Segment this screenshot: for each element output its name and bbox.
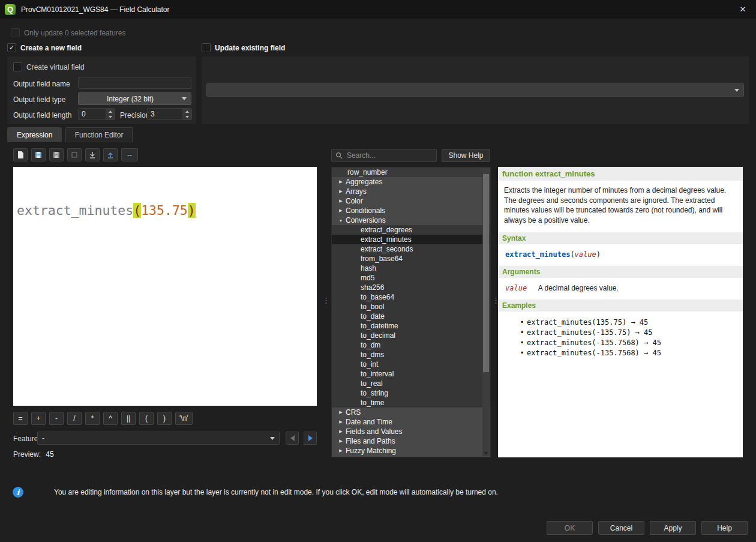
- previous-feature-button[interactable]: [286, 432, 299, 445]
- cancel-button[interactable]: Cancel: [598, 521, 644, 535]
- search-input[interactable]: [346, 151, 426, 160]
- precision-spinner[interactable]: 3: [147, 108, 192, 120]
- spin-up-icon[interactable]: [183, 109, 191, 114]
- spinner-buttons[interactable]: [106, 109, 115, 119]
- expression-editor[interactable]: extract_minutes(135.75): [13, 167, 317, 406]
- tree-group-conversions[interactable]: ▼Conversions: [332, 215, 490, 225]
- existing-field-select[interactable]: [206, 83, 744, 97]
- tree-item[interactable]: extract_seconds: [332, 244, 490, 254]
- clear-expression-button[interactable]: [67, 148, 82, 161]
- operator-close-paren-button[interactable]: ): [157, 412, 172, 425]
- branch-collapsed-icon: ▶: [337, 189, 344, 194]
- show-help-button[interactable]: Show Help: [442, 149, 490, 162]
- ok-button[interactable]: OK: [547, 521, 593, 535]
- tree-group-fields-and-values[interactable]: ▶Fields and Values: [332, 427, 490, 436]
- precision-label: Precision: [120, 111, 149, 119]
- expression-code: extract_minutes(135.75): [17, 203, 196, 218]
- operator-buttons: = + - / * ^ || ( ) '\n': [13, 412, 193, 425]
- spin-down-icon[interactable]: [183, 114, 191, 119]
- examples-heading: Examples: [498, 300, 743, 312]
- chevron-down-icon: [182, 97, 187, 100]
- spin-down-icon[interactable]: [106, 114, 115, 119]
- tree-item[interactable]: to_real: [332, 379, 490, 388]
- bullet-icon: •: [521, 328, 527, 338]
- output-field-length-spinner[interactable]: 0: [78, 108, 115, 120]
- tree-group-fuzzy-matching[interactable]: ▶Fuzzy Matching: [332, 446, 490, 456]
- tree-item[interactable]: from_base64: [332, 254, 490, 263]
- tree-item-extract-minutes[interactable]: extract_minutes: [332, 235, 490, 244]
- tree-group-date-and-time[interactable]: ▶Date and Time: [332, 417, 490, 427]
- tab-bar: Expression Function Editor: [7, 127, 133, 142]
- output-field-name-input[interactable]: [78, 77, 191, 89]
- splitter-handle[interactable]: ⋮: [492, 298, 500, 304]
- tab-function-editor[interactable]: Function Editor: [65, 127, 133, 142]
- tree-item[interactable]: md5: [332, 273, 490, 283]
- tree-group-conditionals[interactable]: ▶Conditionals: [332, 206, 490, 215]
- checkbox-icon: [11, 28, 20, 37]
- tree-item[interactable]: to_datetime: [332, 321, 490, 331]
- tree-scrollbar-thumb[interactable]: [483, 174, 489, 372]
- tree-group-color[interactable]: ▶Color: [332, 196, 490, 206]
- export-expression-button[interactable]: [103, 148, 118, 161]
- tree-item[interactable]: to_dm: [332, 340, 490, 350]
- next-feature-button[interactable]: [304, 432, 317, 445]
- help-description: Extracts the integer number of minutes f…: [498, 181, 742, 226]
- output-field-type-select[interactable]: Integer (32 bit): [78, 92, 191, 105]
- import-expression-button[interactable]: [85, 148, 100, 161]
- tree-group-files-and-paths[interactable]: ▶Files and Paths: [332, 436, 490, 446]
- operator-open-paren-button[interactable]: (: [139, 412, 154, 425]
- function-search[interactable]: [331, 149, 437, 162]
- tree-item[interactable]: to_date: [332, 312, 490, 321]
- search-icon: [335, 152, 343, 159]
- edit-mode-message: You are editing information on this laye…: [54, 488, 714, 496]
- save-expression-button[interactable]: [31, 148, 46, 161]
- scroll-down-icon[interactable]: [484, 452, 488, 455]
- preview-value: 45: [46, 450, 53, 459]
- splitter-handle[interactable]: ⋮: [322, 298, 330, 304]
- spin-up-icon[interactable]: [106, 109, 115, 114]
- create-virtual-field-checkbox[interactable]: Create virtual field: [13, 62, 85, 71]
- operator-divide-button[interactable]: /: [67, 412, 82, 425]
- tree-item[interactable]: hash: [332, 263, 490, 273]
- qgis-logo-icon: Q: [5, 4, 16, 15]
- operator-plus-button[interactable]: +: [31, 412, 46, 425]
- tree-group-crs[interactable]: ▶CRS: [332, 408, 490, 417]
- branch-collapsed-icon: ▶: [337, 429, 344, 434]
- tree-item[interactable]: to_interval: [332, 369, 490, 379]
- new-expression-button[interactable]: [13, 148, 28, 161]
- update-existing-field-checkbox[interactable]: Update existing field: [202, 43, 285, 52]
- save-as-expression-button[interactable]: [49, 148, 64, 161]
- tree-item[interactable]: to_decimal: [332, 331, 490, 340]
- tree-item[interactable]: to_time: [332, 398, 490, 408]
- operator-equals-button[interactable]: =: [13, 412, 28, 425]
- spinner-buttons[interactable]: [182, 109, 191, 119]
- tree-item[interactable]: to_int: [332, 360, 490, 369]
- feature-select[interactable]: -: [37, 432, 280, 445]
- tab-expression[interactable]: Expression: [7, 127, 62, 142]
- only-update-checkbox[interactable]: Only update 0 selected features: [11, 28, 125, 37]
- tree-item[interactable]: to_bool: [332, 302, 490, 312]
- operator-concat-button[interactable]: ||: [121, 412, 136, 425]
- tree-group-arrays[interactable]: ▶Arrays: [332, 187, 490, 196]
- tree-group-aggregates[interactable]: ▶Aggregates: [332, 177, 490, 187]
- toggle-comment-button[interactable]: --: [121, 148, 138, 161]
- tree-item[interactable]: extract_degrees: [332, 225, 490, 235]
- operator-minus-button[interactable]: -: [49, 412, 64, 425]
- preview-row: Preview: 45: [13, 450, 54, 459]
- branch-collapsed-icon: ▶: [337, 410, 344, 415]
- syntax-heading: Syntax: [498, 232, 743, 244]
- close-button[interactable]: ✕: [730, 0, 756, 19]
- tree-scrollbar[interactable]: [482, 168, 490, 456]
- help-button[interactable]: Help: [701, 521, 748, 535]
- new-field-panel: Create virtual field Output field name O…: [7, 56, 196, 124]
- tree-item[interactable]: to_string: [332, 388, 490, 398]
- apply-button[interactable]: Apply: [650, 521, 696, 535]
- tree-item[interactable]: sha256: [332, 283, 490, 292]
- operator-power-button[interactable]: ^: [103, 412, 118, 425]
- operator-multiply-button[interactable]: *: [85, 412, 100, 425]
- create-new-field-checkbox[interactable]: ✓ Create a new field: [7, 43, 82, 52]
- operator-newline-button[interactable]: '\n': [175, 412, 193, 425]
- tree-item[interactable]: to_base64: [332, 292, 490, 302]
- tree-item[interactable]: to_dms: [332, 350, 490, 360]
- tree-item-row-number[interactable]: row_number: [332, 167, 490, 177]
